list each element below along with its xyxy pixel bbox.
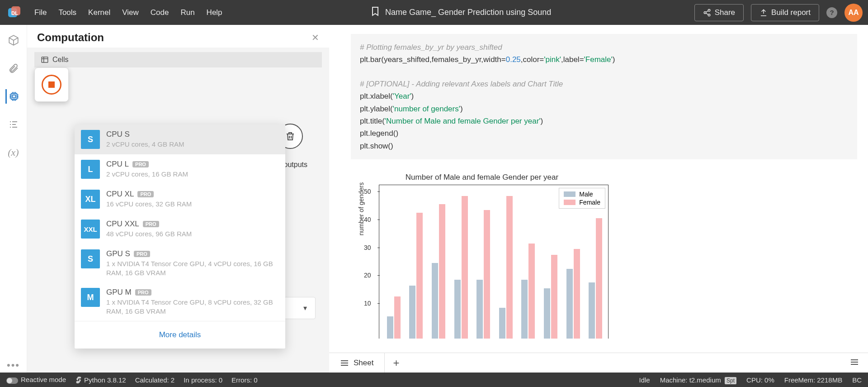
more-icon[interactable]: •••: [6, 358, 21, 373]
bookmark-icon[interactable]: [371, 6, 380, 19]
machine-gpu-m[interactable]: M GPU MPRO 1 x NVIDIA T4 Tensor Core GPU…: [75, 282, 285, 321]
chart-area: number of genders 1020304050 Male Female: [379, 185, 609, 339]
machine-name: CPU XXL: [106, 220, 139, 229]
statusbar: Reactive mode Python 3.8.12 Calculated: …: [0, 373, 868, 387]
close-icon[interactable]: ✕: [311, 32, 319, 43]
menu-run[interactable]: Run: [175, 5, 200, 20]
menu-kernel[interactable]: Kernel: [83, 5, 116, 20]
svg-point-4: [704, 11, 706, 14]
code-cell[interactable]: # Plotting females_by_yr by years_shifte…: [351, 34, 857, 159]
svg-point-5: [708, 14, 710, 16]
ytick: 30: [364, 244, 371, 251]
panel-header: Computation ✕: [27, 25, 329, 48]
machine-badge: S: [81, 249, 100, 268]
bar-male: [566, 269, 573, 339]
ytick: 40: [364, 216, 371, 223]
menu-file[interactable]: File: [29, 5, 52, 20]
bar-female: [484, 210, 490, 339]
computation-panel: Computation ✕ Cells ar outputs ▾ S CPU S: [27, 25, 329, 373]
machine-name: CPU XL: [106, 190, 134, 199]
svg-point-3: [708, 9, 710, 11]
machine-desc: 1 x NVIDIA T4 Tensor Core GPU, 8 vCPU co…: [106, 298, 279, 315]
menu-view[interactable]: View: [117, 5, 144, 20]
machine-desc: 16 vCPU cores, 32 GB RAM: [106, 200, 279, 209]
machine-cpu-xxl[interactable]: XXL CPU XXLPRO 48 vCPU cores, 96 GB RAM: [75, 214, 285, 244]
menu-help[interactable]: Help: [201, 5, 228, 20]
variable-icon[interactable]: (x): [6, 145, 21, 160]
add-sheet-button[interactable]: +: [385, 357, 407, 369]
pro-badge: PRO: [137, 191, 154, 197]
app-logo[interactable]: DL: [5, 4, 24, 22]
bar-female: [439, 204, 445, 339]
bar-male: [387, 316, 393, 339]
machine-desc: 1 x NVIDIA T4 Tensor Core GPU, 4 vCPU co…: [106, 259, 279, 277]
machine-name: GPU S: [106, 249, 130, 258]
bar-male: [521, 280, 528, 339]
pro-badge: PRO: [134, 251, 150, 257]
machine-desc: 2 vCPU cores, 16 GB RAM: [106, 170, 279, 179]
share-button[interactable]: Share: [694, 4, 744, 21]
notebook-scroll[interactable]: # Plotting females_by_yr by years_shifte…: [329, 25, 868, 353]
cells-tab-label: Cells: [52, 56, 69, 64]
machine-status[interactable]: Machine: t2.medium Spt: [660, 376, 736, 384]
sheet-tabs: Sheet +: [329, 353, 868, 373]
help-icon[interactable]: ?: [826, 7, 837, 18]
bar-female: [416, 213, 423, 339]
left-rail: (x) •••: [0, 25, 27, 373]
machine-gpu-s[interactable]: S GPU SPRO 1 x NVIDIA T4 Tensor Core GPU…: [75, 244, 285, 282]
stop-button[interactable]: [34, 67, 69, 102]
more-details-link[interactable]: More details: [159, 330, 201, 339]
sheet-tab[interactable]: Sheet: [329, 353, 385, 373]
avatar[interactable]: AA: [844, 4, 863, 22]
document-title[interactable]: Name Game_ Gender Prediction using Sound: [385, 8, 551, 17]
build-report-button[interactable]: Build report: [751, 4, 819, 21]
calculated-count[interactable]: Calculated: 2: [135, 376, 175, 384]
sheet-menu-icon[interactable]: [841, 358, 868, 368]
machine-cpu-xl[interactable]: XL CPU XLPRO 16 vCPU cores, 32 GB RAM: [75, 184, 285, 214]
bar-male: [432, 263, 438, 339]
ytick: 50: [364, 188, 371, 195]
legend-male: Male: [579, 191, 593, 198]
bar-male: [409, 286, 415, 339]
bar-male: [454, 280, 461, 339]
svg-rect-8: [42, 57, 48, 62]
menu-tools[interactable]: Tools: [53, 5, 82, 20]
kernel-idle: Idle: [639, 376, 650, 384]
topbar-actions: Share Build report ? AA: [694, 4, 863, 22]
in-process-count[interactable]: In process: 0: [184, 376, 222, 384]
menu-code[interactable]: Code: [145, 5, 175, 20]
reactive-toggle[interactable]: Reactive mode: [6, 376, 66, 383]
toggle-icon: [6, 377, 18, 384]
cpu-status: CPU: 0%: [746, 376, 774, 384]
machine-name: CPU S: [106, 130, 130, 139]
svg-text:DL: DL: [11, 10, 18, 16]
machine-footer: More details: [75, 321, 285, 349]
chart-output: Number of Male and female Gender per yea…: [355, 173, 609, 339]
top-menubar: DL File Tools Kernel View Code Run Help …: [0, 0, 868, 25]
chart-title: Number of Male and female Gender per yea…: [355, 173, 609, 182]
machine-cpu-l[interactable]: L CPU LPRO 2 vCPU cores, 16 GB RAM: [75, 154, 285, 184]
machine-badge: S: [81, 130, 100, 149]
cells-tab[interactable]: Cells: [34, 52, 322, 67]
machine-desc: 48 vCPU cores, 96 GB RAM: [106, 229, 279, 239]
sheet-label: Sheet: [354, 358, 373, 368]
bar-female: [506, 196, 513, 339]
chip-icon[interactable]: [5, 89, 20, 104]
attachment-icon[interactable]: [6, 61, 21, 76]
outline-icon[interactable]: [6, 117, 21, 132]
bar-male: [589, 282, 595, 339]
machine-dropdown: S CPU S 2 vCPU cores, 4 GB RAM L CPU LPR…: [75, 124, 285, 349]
panel-body: Cells ar outputs ▾ S CPU S 2 vCPU cores,…: [27, 48, 329, 373]
box-icon[interactable]: [6, 33, 21, 48]
bar-female: [528, 244, 535, 339]
errors-count[interactable]: Errors: 0: [231, 376, 258, 384]
ytick: 10: [364, 300, 371, 307]
freemem-status: FreeMem: 2218MB: [784, 376, 842, 384]
bc-indicator[interactable]: BC: [852, 376, 862, 384]
machine-cpu-s[interactable]: S CPU S 2 vCPU cores, 4 GB RAM: [75, 124, 285, 154]
legend-swatch-female: [564, 200, 576, 205]
svg-rect-6: [11, 94, 17, 100]
python-version[interactable]: Python 3.8.12: [75, 376, 126, 384]
pro-badge: PRO: [143, 221, 159, 227]
bar-female: [551, 255, 557, 339]
